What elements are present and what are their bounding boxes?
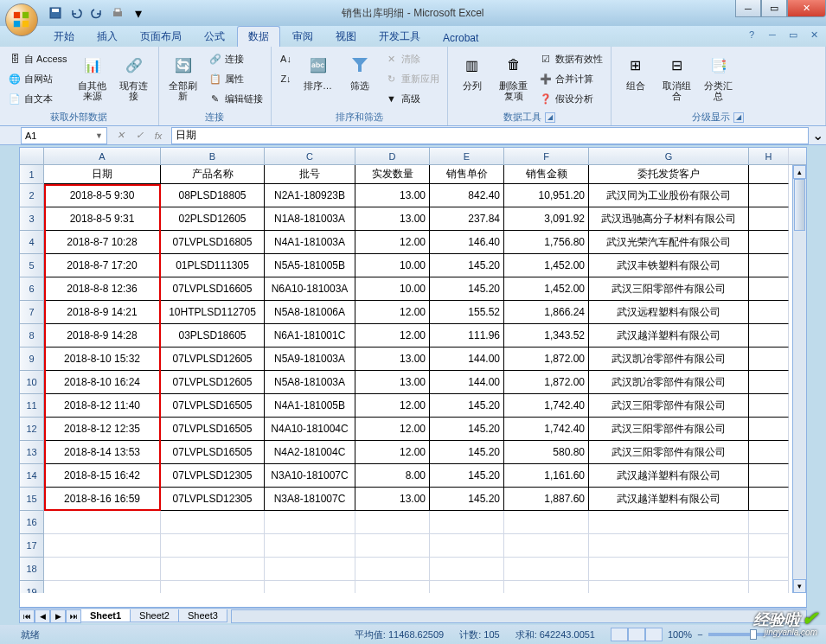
- cell[interactable]: 2018-8-15 16:42: [44, 464, 161, 488]
- cell[interactable]: 武汉三阳零部件有限公司: [589, 394, 749, 418]
- cell[interactable]: 1,343.52: [504, 324, 589, 348]
- cell[interactable]: [161, 581, 265, 593]
- cell[interactable]: [749, 441, 789, 464]
- edit-links-button[interactable]: ✎编辑链接: [206, 89, 266, 108]
- cell[interactable]: [430, 511, 504, 534]
- cell[interactable]: [265, 581, 355, 593]
- col-header-D[interactable]: D: [355, 148, 430, 164]
- tab-7[interactable]: 开发工具: [368, 27, 431, 47]
- cell[interactable]: 144.00: [430, 348, 504, 371]
- sheet-prev-button[interactable]: ◀: [35, 609, 50, 623]
- cell[interactable]: 13.00: [355, 207, 430, 231]
- cell[interactable]: [749, 558, 789, 581]
- cell[interactable]: 2018-8-5 9:31: [44, 207, 161, 231]
- cell[interactable]: 1,161.60: [504, 464, 589, 488]
- formula-input[interactable]: 日期: [171, 127, 809, 144]
- cell[interactable]: N3A8-181007C: [265, 488, 355, 511]
- cell[interactable]: [504, 581, 589, 593]
- from-other-button[interactable]: 📊自其他来源: [74, 49, 112, 103]
- cell[interactable]: N5A8-181003A: [265, 371, 355, 394]
- formula-enter-button[interactable]: ✓: [131, 128, 147, 143]
- sheet-tab-Sheet1[interactable]: Sheet1: [80, 609, 131, 622]
- cell[interactable]: N4A1-181003A: [265, 231, 355, 254]
- close-button[interactable]: ✕: [787, 0, 826, 17]
- cell[interactable]: 145.20: [430, 441, 504, 464]
- cell[interactable]: 12.00: [355, 394, 430, 418]
- sheet-tab-Sheet2[interactable]: Sheet2: [130, 609, 179, 622]
- cell[interactable]: 2018-8-10 15:32: [44, 348, 161, 371]
- name-box[interactable]: A1 ▼: [21, 127, 107, 144]
- row-header[interactable]: 17: [20, 534, 44, 558]
- cell[interactable]: 武汉光荣汽车配件有限公司: [589, 231, 749, 254]
- cell[interactable]: [749, 165, 789, 184]
- cell[interactable]: 销售单价: [430, 165, 504, 184]
- cell[interactable]: 2018-8-16 16:59: [44, 488, 161, 511]
- tab-4[interactable]: 数据: [237, 26, 280, 47]
- sheet-last-button[interactable]: ⏭: [66, 609, 81, 623]
- sort-asc-button[interactable]: A↓: [277, 49, 296, 68]
- cell[interactable]: 111.96: [430, 324, 504, 348]
- row-header[interactable]: 8: [20, 324, 44, 348]
- cell[interactable]: [44, 558, 161, 581]
- cell[interactable]: 580.80: [504, 441, 589, 464]
- page-layout-view-button[interactable]: [628, 628, 645, 641]
- tab-2[interactable]: 页面布局: [130, 27, 192, 47]
- refresh-all-button[interactable]: 🔄全部刷新: [164, 49, 202, 103]
- sheet-next-button[interactable]: ▶: [50, 609, 66, 623]
- cell[interactable]: 10.00: [355, 254, 430, 277]
- remove-duplicates-button[interactable]: 🗑删除重复项: [495, 49, 533, 103]
- cell[interactable]: 02PLSD12605: [161, 207, 265, 231]
- whatif-button[interactable]: ❓假设分析: [536, 89, 605, 108]
- normal-view-button[interactable]: [611, 628, 628, 641]
- advanced-filter-button[interactable]: ▼高级: [382, 89, 442, 108]
- cell[interactable]: 1,866.24: [504, 301, 589, 324]
- cell[interactable]: N4A1-181005B: [265, 394, 355, 418]
- row-header[interactable]: 4: [20, 231, 44, 254]
- cell[interactable]: 产品名称: [161, 165, 265, 184]
- col-header-B[interactable]: B: [161, 148, 265, 164]
- cell[interactable]: 1,452.00: [504, 254, 589, 277]
- outline-launcher[interactable]: ◢: [733, 112, 744, 123]
- row-header[interactable]: 14: [20, 464, 44, 488]
- row-header[interactable]: 12: [20, 418, 44, 441]
- minimize-button[interactable]: ─: [735, 0, 761, 17]
- select-all-corner[interactable]: [20, 148, 44, 164]
- text-to-columns-button[interactable]: ▥分列: [453, 49, 491, 92]
- maximize-button[interactable]: ▭: [761, 0, 787, 17]
- cell[interactable]: 842.40: [430, 184, 504, 207]
- cell[interactable]: [430, 581, 504, 593]
- row-header[interactable]: 10: [20, 371, 44, 394]
- cell[interactable]: 07LVPLSD16605: [161, 277, 265, 301]
- cell[interactable]: N5A9-181003A: [265, 348, 355, 371]
- cell[interactable]: [749, 581, 789, 593]
- cell[interactable]: 2018-8-14 13:53: [44, 441, 161, 464]
- row-header[interactable]: 19: [20, 581, 44, 593]
- cell[interactable]: [589, 581, 749, 593]
- sort-button[interactable]: 🔤排序…: [299, 49, 337, 92]
- row-header[interactable]: 13: [20, 441, 44, 464]
- row-header[interactable]: 1: [20, 165, 44, 184]
- help-button[interactable]: ?: [745, 28, 759, 41]
- cell[interactable]: [749, 418, 789, 441]
- cell[interactable]: [161, 534, 265, 558]
- cell[interactable]: 145.20: [430, 277, 504, 301]
- cell[interactable]: 武汉凯冶零部件有限公司: [589, 371, 749, 394]
- cell[interactable]: [589, 534, 749, 558]
- cell[interactable]: [44, 511, 161, 534]
- zoom-level[interactable]: 100%: [668, 629, 692, 640]
- cell[interactable]: 1,887.60: [504, 488, 589, 511]
- cell[interactable]: 13.00: [355, 348, 430, 371]
- group-button[interactable]: ⊞组合: [617, 49, 655, 92]
- data-tools-launcher[interactable]: ◢: [545, 112, 555, 123]
- cell[interactable]: 武汉三阳零部件有限公司: [589, 441, 749, 464]
- cell[interactable]: 07LVPLSD16505: [161, 441, 265, 464]
- col-header-H[interactable]: H: [749, 148, 789, 164]
- ungroup-button[interactable]: ⊟取消组合: [658, 49, 696, 103]
- cell[interactable]: 13.00: [355, 488, 430, 511]
- filter-button[interactable]: 筛选: [341, 49, 379, 92]
- cell[interactable]: N6A1-181001C: [265, 324, 355, 348]
- cell[interactable]: 2018-8-7 10:28: [44, 231, 161, 254]
- cell[interactable]: 145.20: [430, 418, 504, 441]
- from-web-button[interactable]: 🌐自网站: [5, 69, 70, 88]
- cell[interactable]: 武汉三阳零部件有限公司: [589, 277, 749, 301]
